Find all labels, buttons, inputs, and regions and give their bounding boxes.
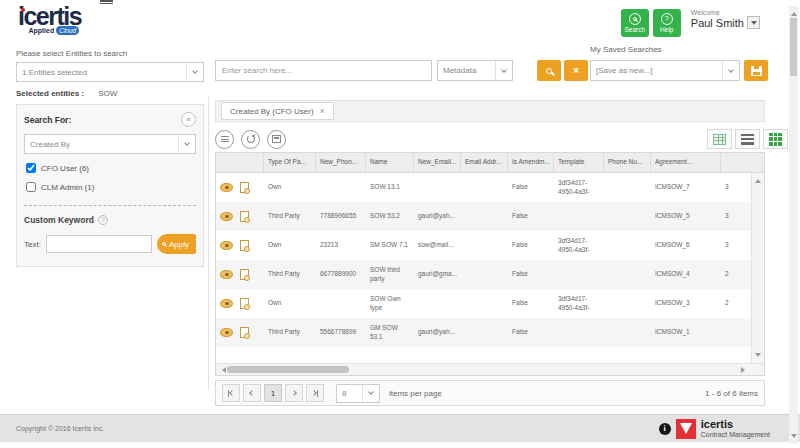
- table-horizontal-scrollbar[interactable]: [216, 363, 764, 375]
- main-content: Metadata × My Saved Searches [Save as ne…: [215, 44, 788, 414]
- table-row[interactable]: Own SOW 13.1 False 3df34d17-4950-4a3f- I…: [216, 173, 752, 202]
- export-button[interactable]: [267, 130, 286, 149]
- search-for-title: Search For:: [24, 115, 71, 125]
- column-header[interactable]: Agreement...: [651, 153, 721, 172]
- table-row[interactable]: Third Party 7788996655 SOW 53.2 gauri@ya…: [216, 202, 752, 231]
- hamburger-menu-icon[interactable]: [100, 0, 113, 4]
- column-header[interactable]: Phone Nu...: [604, 153, 651, 172]
- items-per-page-label: items per page: [389, 389, 442, 398]
- scrollbar-thumb[interactable]: [227, 366, 349, 373]
- document-preview-icon[interactable]: [240, 327, 249, 338]
- grid-view-button[interactable]: [763, 129, 788, 149]
- search-scope-dropdown[interactable]: Metadata: [437, 60, 513, 81]
- list-icon: [221, 135, 229, 144]
- chevron-down-icon: [495, 61, 512, 80]
- table-header: Type Of Pa... New_Phon... Name New_Email…: [216, 153, 764, 173]
- facet-option-clm-admin: CLM Admin (1): [26, 182, 194, 192]
- view-icon[interactable]: [220, 270, 233, 279]
- welcome-label: Welcome: [691, 9, 760, 16]
- column-header[interactable]: New_Phon...: [316, 153, 366, 172]
- view-icon[interactable]: [220, 212, 233, 221]
- column-header[interactable]: Email Addr...: [461, 153, 508, 172]
- scroll-left-icon[interactable]: [219, 367, 226, 373]
- column-header-filler: [721, 153, 764, 172]
- scroll-down-icon[interactable]: [791, 434, 797, 441]
- facet-option-cfo-user: CFO User (6): [26, 163, 194, 173]
- column-header[interactable]: Is Amendm...: [508, 153, 554, 172]
- logo-wordmark: icertis: [18, 5, 81, 27]
- facet-dropdown[interactable]: Created By: [24, 134, 196, 154]
- first-page-button[interactable]: [222, 384, 240, 402]
- scroll-up-icon[interactable]: [791, 9, 797, 16]
- document-preview-icon[interactable]: [240, 211, 249, 222]
- scroll-up-icon[interactable]: [755, 176, 761, 183]
- icm-search-page: icertis Applied Cloud Search ? Help Welc…: [0, 0, 800, 448]
- keyword-text-input[interactable]: [46, 235, 152, 253]
- table-row[interactable]: Third Party 6677889900 SOW third party g…: [216, 260, 752, 289]
- document-preview-icon[interactable]: [240, 240, 249, 251]
- refresh-button[interactable]: [241, 130, 260, 149]
- scroll-down-icon[interactable]: [755, 353, 761, 360]
- table-row[interactable]: Own SOW Own type False 3df34d17-4950-4a3…: [216, 289, 752, 318]
- search-nav-button[interactable]: Search: [621, 9, 649, 37]
- current-page-button[interactable]: 1: [264, 384, 282, 402]
- column-list-button[interactable]: [215, 130, 234, 149]
- help-icon: ?: [661, 13, 673, 25]
- document-preview-icon[interactable]: [240, 269, 249, 280]
- run-search-button[interactable]: [537, 60, 561, 81]
- selected-entities: Selected entities : SOW: [16, 89, 204, 98]
- scroll-right-icon[interactable]: [741, 367, 748, 373]
- export-icon: [272, 135, 281, 143]
- column-header[interactable]: New_Email...: [414, 153, 461, 172]
- facet-checkbox[interactable]: [26, 182, 36, 192]
- grid-view-icon: [769, 133, 782, 146]
- document-preview-icon[interactable]: [240, 182, 249, 193]
- saved-searches-dropdown[interactable]: [Save as new...]: [590, 60, 740, 81]
- column-header[interactable]: Name: [366, 153, 414, 172]
- entity-sidebar: Please select Entities to search 1 Entit…: [16, 46, 204, 267]
- facet-checkbox[interactable]: [26, 163, 36, 173]
- list-view-button[interactable]: [735, 129, 760, 149]
- table-view-button[interactable]: [707, 129, 732, 149]
- saved-searches-label: My Saved Searches: [590, 45, 662, 54]
- view-icon[interactable]: [220, 299, 233, 308]
- logo-red-dot-icon: [21, 8, 25, 12]
- table-vertical-scrollbar[interactable]: [751, 173, 764, 363]
- items-range-label: 1 - 6 of 6 items: [705, 389, 758, 398]
- keyword-help-icon[interactable]: ?: [98, 215, 108, 225]
- scrollbar-thumb[interactable]: [790, 18, 797, 76]
- apply-button[interactable]: Apply: [157, 234, 196, 254]
- search-icon: [162, 242, 166, 246]
- table-row[interactable]: Own 23213 SM SOW 7.1 sow@mail... False 3…: [216, 231, 752, 260]
- column-header[interactable]: Template: [554, 153, 604, 172]
- last-page-button[interactable]: [306, 384, 324, 402]
- document-preview-icon[interactable]: [240, 298, 249, 309]
- page-vertical-scrollbar[interactable]: [789, 6, 798, 444]
- view-icon[interactable]: [220, 241, 233, 250]
- filter-chip[interactable]: Created By (CFO User) ×: [221, 102, 334, 120]
- pagination-bar: 1 8 items per page 1 - 6 of 6 items: [215, 380, 765, 406]
- user-menu-button[interactable]: [747, 16, 760, 29]
- search-input[interactable]: [215, 60, 432, 81]
- view-icon[interactable]: [220, 183, 233, 192]
- table-row[interactable]: Third Party 5566778899 GM SOW 53.1 gauri…: [216, 318, 752, 347]
- save-search-button[interactable]: [744, 60, 768, 81]
- results-toolbar: [215, 128, 788, 150]
- app-footer: Copyright © 2016 Icertis Inc. i icertis …: [0, 414, 800, 442]
- collapse-panel-button[interactable]: «: [181, 112, 196, 127]
- next-page-button[interactable]: [285, 384, 303, 402]
- chevron-down-icon: [751, 21, 757, 25]
- copyright-text: Copyright © 2016 Icertis Inc.: [16, 425, 104, 432]
- entities-dropdown[interactable]: 1 Entities selected: [16, 62, 204, 82]
- help-button[interactable]: ? Help: [653, 9, 681, 37]
- chevron-down-icon: [722, 61, 739, 80]
- text-label: Text:: [24, 240, 41, 249]
- clear-search-button[interactable]: ×: [564, 60, 588, 81]
- view-icon[interactable]: [220, 328, 233, 337]
- previous-page-button[interactable]: [243, 384, 261, 402]
- chip-close-icon[interactable]: ×: [320, 107, 325, 115]
- page-size-dropdown[interactable]: 8: [336, 384, 380, 403]
- column-header[interactable]: Type Of Pa...: [264, 153, 316, 172]
- filter-chip-bar: Created By (CFO User) ×: [215, 100, 765, 122]
- info-icon[interactable]: i: [659, 423, 671, 435]
